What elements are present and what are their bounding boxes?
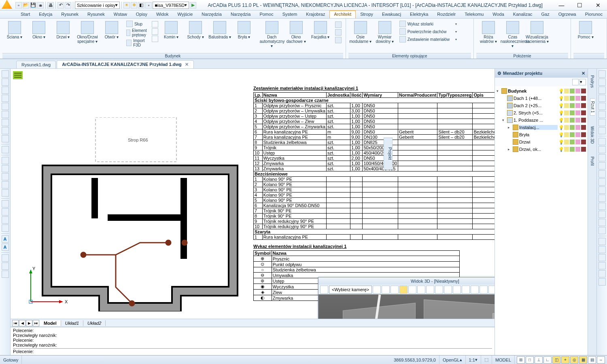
tool-spline-icon[interactable] — [2, 95, 9, 102]
menu-piorunoc[interactable]: Piorunoc — [581, 11, 607, 18]
v3d-camera-combo[interactable]: <Wybierz kamerę> — [329, 286, 372, 294]
swatch-icon[interactable] — [564, 132, 569, 137]
command-prompt[interactable]: Polecenie: — [13, 348, 492, 354]
doc-tab[interactable]: ArCADia-INSTALACJE KANALIZACYJNE Przykła… — [57, 60, 194, 68]
rtool-icon[interactable] — [599, 195, 606, 202]
ribbon-komin[interactable]: Komin ▾ — [159, 19, 183, 41]
status-opengl[interactable]: OpenGL ▴ — [439, 356, 466, 364]
bulb-icon[interactable]: 💡 — [558, 140, 563, 145]
rtool-icon[interactable] — [599, 138, 606, 145]
menu-architekt[interactable]: Architekt — [329, 11, 356, 18]
swatch-icon[interactable] — [575, 96, 580, 101]
qat-bulb-icon[interactable]: ☀ — [123, 2, 130, 8]
rtool-icon[interactable] — [599, 95, 606, 102]
pm-tool-icon[interactable]: ▾ — [579, 79, 586, 85]
swatch-icon[interactable] — [581, 147, 586, 152]
swatch-icon[interactable] — [570, 89, 575, 93]
bulb-icon[interactable]: 💡 — [558, 118, 563, 123]
drawing-canvas[interactable]: Strop R66 — [11, 69, 495, 319]
bulb-icon[interactable]: 💡 — [558, 132, 563, 138]
menu-edycja[interactable]: Edycja — [34, 11, 57, 18]
rtool-icon[interactable] — [599, 154, 606, 161]
swatch-icon[interactable] — [575, 132, 580, 137]
swatch-icon[interactable] — [575, 147, 580, 152]
pm-tree-item[interactable]: Drzwi💡 — [496, 138, 587, 146]
tool-rect-icon[interactable] — [2, 157, 9, 164]
swatch-icon[interactable] — [581, 125, 586, 130]
qat-print-icon[interactable]: 🖶 — [47, 2, 54, 8]
v3d-btn-icon[interactable] — [382, 286, 390, 294]
rtool-icon[interactable] — [599, 103, 606, 110]
status-scale[interactable]: 1:1 ▾ — [466, 356, 481, 364]
bulb-icon[interactable]: 💡 — [558, 103, 563, 108]
rtool-icon[interactable] — [599, 262, 606, 269]
ribbon-mini-icon[interactable] — [333, 36, 343, 44]
menu-ogrzewa[interactable]: Ogrzewa — [554, 11, 581, 18]
menu-rysunek[interactable]: Rysunek — [57, 11, 83, 18]
tool-ellipse-icon[interactable] — [2, 119, 9, 126]
pm-close-icon[interactable]: ✕ — [582, 71, 585, 76]
v3d-btn-icon[interactable] — [435, 286, 443, 294]
rtool-icon[interactable] — [599, 219, 606, 226]
rtool-icon[interactable] — [599, 186, 606, 194]
rtool-icon[interactable] — [599, 227, 606, 234]
ribbon-wymiar-dowolny[interactable]: Wymiar dowolny ▾ — [373, 19, 397, 45]
swatch-icon[interactable] — [581, 89, 586, 93]
ribbon-s-up[interactable]: Słup — [125, 20, 151, 28]
v3d-btn-icon[interactable] — [453, 286, 461, 294]
menu-telekomu[interactable]: Telekomu — [460, 11, 488, 18]
status-toggle[interactable]: ⊥ — [535, 356, 543, 364]
v3d-btn-icon[interactable] — [373, 286, 381, 294]
status-toggle[interactable]: ▦ — [579, 356, 587, 364]
ribbon-mini-icon[interactable] — [152, 21, 158, 28]
bulb-icon[interactable]: 💡 — [558, 96, 563, 101]
layout-nav-next[interactable]: ▶ — [26, 320, 32, 326]
tool-wave-icon[interactable] — [2, 103, 9, 110]
side-tab-widok-3d[interactable]: Widok 3D — [590, 124, 594, 146]
ribbon-mini-icon[interactable] — [152, 36, 158, 42]
pm-tree-item[interactable]: ▸Drzwi, ok...💡 — [496, 146, 587, 153]
swatch-icon[interactable] — [575, 125, 580, 130]
swatch-icon[interactable] — [564, 110, 569, 115]
tool-dot-icon[interactable] — [2, 146, 9, 153]
ribbon-dach-automatyczny[interactable]: Dach automatyczny ▾ — [260, 19, 284, 50]
tool-arc2-icon[interactable] — [2, 127, 9, 134]
tool-arc-icon[interactable] — [2, 87, 9, 94]
swatch-icon[interactable] — [570, 103, 575, 108]
tool-polyline-icon[interactable] — [2, 78, 9, 86]
ribbon-balustrada[interactable]: Balustrada ▾ — [208, 19, 232, 41]
tool-text-icon[interactable]: A — [2, 235, 9, 243]
layout-tab-układ1[interactable]: Układ1 — [61, 320, 83, 326]
swatch-icon[interactable] — [575, 89, 580, 93]
menu-rozdzielr[interactable]: Rozdzielr — [433, 11, 460, 18]
side-tab-podrys[interactable]: Podrys — [590, 73, 594, 90]
qat-combo-sketch[interactable]: Szkicowanie i opisy ▾ — [75, 2, 120, 9]
qat-drop-icon[interactable]: ◧ — [138, 2, 144, 8]
maximize-button[interactable]: ☐ — [571, 0, 589, 11]
swatch-icon[interactable] — [581, 103, 586, 108]
rtool-icon[interactable] — [599, 119, 606, 126]
pm-tree-item[interactable]: ▾1. Poddasze ...💡 — [496, 116, 587, 124]
qat-play-icon[interactable]: ▶ — [190, 2, 196, 8]
pm-tree-item[interactable]: Dach 1 (+48...💡 — [496, 95, 587, 102]
menu-krajobraz[interactable]: Krajobraz — [301, 11, 329, 18]
swatch-icon[interactable] — [581, 118, 586, 123]
qat-saveall-icon[interactable]: ⩩ — [37, 2, 44, 8]
rtool-icon[interactable] — [599, 87, 606, 94]
ribbon-powierzchnie-dach-w[interactable]: Powierzchnie dachów▾ — [398, 28, 458, 35]
status-toggle[interactable]: ◎ — [570, 356, 578, 364]
v3d-btn-icon[interactable] — [471, 286, 479, 294]
status-toggle[interactable]: ◫ — [552, 356, 560, 364]
tool-pan-icon[interactable] — [2, 262, 9, 270]
qat-new-icon[interactable]: ▫ — [15, 2, 22, 8]
v3d-btn-icon[interactable] — [480, 286, 488, 294]
swatch-icon[interactable] — [575, 140, 580, 144]
ribbon-facjatka[interactable]: Facjatka ▾ — [308, 19, 333, 50]
swatch-icon[interactable] — [570, 118, 575, 123]
ribbon-okno[interactable]: Okno ▾ — [27, 19, 51, 45]
status-toggle[interactable]: □ — [526, 356, 534, 364]
menu-wstaw[interactable]: Wstaw — [109, 11, 132, 18]
ribbon-mini-icon[interactable] — [333, 29, 343, 36]
tool-region-icon[interactable] — [2, 181, 9, 188]
swatch-icon[interactable] — [575, 110, 580, 115]
